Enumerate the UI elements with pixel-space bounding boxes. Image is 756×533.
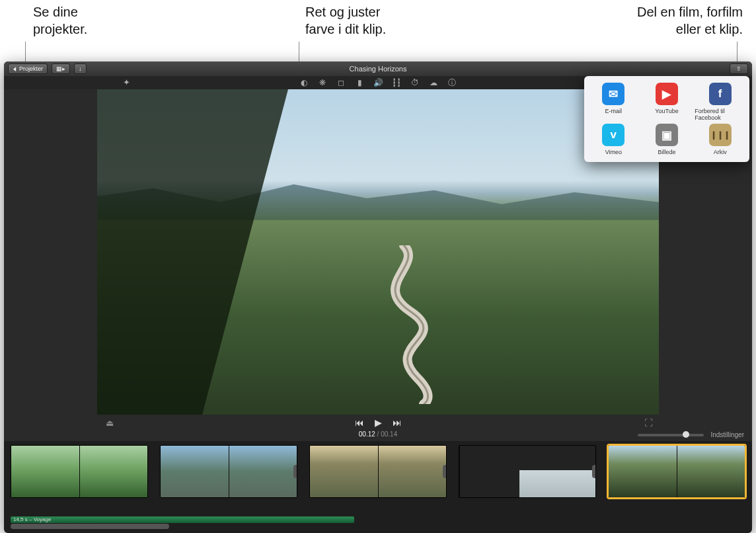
share-item-label: YouTube bbox=[655, 108, 678, 114]
vimeo-icon: v bbox=[602, 124, 624, 146]
share-item-youtube[interactable]: ▶ YouTube bbox=[642, 83, 693, 121]
callout-color: Ret og juster farve i dit klip. bbox=[305, 3, 386, 38]
zoom-slider[interactable] bbox=[638, 434, 704, 436]
speed-icon[interactable]: ⏱ bbox=[410, 78, 420, 87]
audio-track-label: 14,5 s – Voyage bbox=[13, 516, 51, 522]
facebook-icon: f bbox=[709, 83, 732, 105]
share-item-label: Forbered til Facebook bbox=[695, 108, 745, 121]
share-item-label: Arkiv bbox=[714, 149, 727, 155]
crop-icon[interactable]: ◻ bbox=[336, 78, 346, 87]
media-library-button[interactable]: ▦▸ bbox=[52, 63, 70, 74]
next-button[interactable]: ⏭ bbox=[393, 417, 402, 428]
import-button[interactable]: ↓ bbox=[74, 63, 87, 74]
timeline-clip[interactable]: ⇆ bbox=[160, 445, 297, 498]
image-icon: ▣ bbox=[656, 124, 678, 146]
window-toolbar: ◀ Projekter ▦▸ ↓ Chasing Horizons ⇧ bbox=[4, 62, 752, 76]
email-icon: ✉ bbox=[602, 83, 624, 105]
zoom-slider-thumb[interactable] bbox=[683, 431, 689, 438]
callout-projects: Se dine projekter. bbox=[33, 3, 87, 38]
timecode-current: 00.12 bbox=[359, 430, 375, 438]
chevron-left-icon: ◀ bbox=[13, 65, 16, 72]
timeline: ⇆ ⇆ ⇆ bbox=[4, 445, 752, 511]
prev-button[interactable]: ⏮ bbox=[355, 417, 364, 428]
callout-text: projekter. bbox=[33, 22, 87, 36]
scene-road bbox=[344, 245, 470, 404]
file-icon: ❙❙❙ bbox=[709, 124, 732, 146]
timeline-toolbar: Indstillinger bbox=[638, 431, 744, 438]
noise-reduce-icon[interactable]: ┇┇ bbox=[392, 78, 401, 87]
youtube-icon: ▶ bbox=[656, 83, 678, 105]
audio-track[interactable]: 14,5 s – Voyage bbox=[11, 516, 354, 523]
share-item-label: Billede bbox=[658, 149, 675, 155]
timeline-clips: ⇆ ⇆ ⇆ bbox=[11, 445, 745, 498]
share-item-file[interactable]: ❙❙❙ Arkiv bbox=[695, 124, 745, 155]
timeline-clip[interactable] bbox=[11, 445, 148, 498]
share-popover: ✉ E-mail ▶ YouTube f Forbered til Facebo… bbox=[584, 76, 749, 162]
callout-text: Del en film, forfilm bbox=[637, 5, 743, 19]
info-icon[interactable]: ⓘ bbox=[447, 78, 457, 87]
color-wheel-icon[interactable]: ❋ bbox=[318, 78, 327, 87]
callout-share: Del en film, forfilm eller et klip. bbox=[637, 3, 743, 38]
timeline-clip[interactable]: ⇆ bbox=[309, 445, 447, 498]
share-item-label: Vimeo bbox=[605, 149, 622, 155]
filter-icon[interactable]: ☁ bbox=[429, 78, 438, 87]
callout-text: eller et klip. bbox=[676, 22, 743, 36]
annotation-callouts: Se dine projekter. Ret og juster farve i… bbox=[0, 0, 756, 63]
transition-icon[interactable]: ⇆ bbox=[293, 465, 297, 478]
fullscreen-icon[interactable]: ⛶ bbox=[644, 418, 653, 428]
settings-button[interactable]: Indstillinger bbox=[710, 431, 744, 438]
imovie-window: ◀ Projekter ▦▸ ↓ Chasing Horizons ⇧ ✦ ◐ … bbox=[4, 62, 752, 533]
transport-controls: ⏏ ⏮ ▶ ⏭ ⛶ bbox=[4, 415, 752, 430]
transition-icon[interactable]: ⇆ bbox=[443, 465, 447, 478]
stabilize-icon[interactable]: ▮ bbox=[355, 78, 364, 87]
library-icon: ▦▸ bbox=[56, 65, 65, 72]
timeline-clip-selected[interactable] bbox=[608, 445, 745, 498]
share-item-vimeo[interactable]: v Vimeo bbox=[588, 124, 639, 155]
timecode-sep: / bbox=[375, 430, 381, 438]
share-item-image[interactable]: ▣ Billede bbox=[642, 124, 693, 155]
magic-wand-icon[interactable]: ✦ bbox=[123, 77, 130, 87]
projects-button[interactable]: ◀ Projekter bbox=[8, 63, 48, 74]
scene-foreground-shadow bbox=[97, 89, 288, 415]
callout-text: farve i dit klip. bbox=[305, 22, 386, 36]
scrollbar-thumb[interactable] bbox=[11, 524, 169, 529]
share-item-label: E-mail bbox=[605, 108, 623, 114]
projects-button-label: Projekter bbox=[19, 65, 43, 72]
callout-text: Ret og juster bbox=[305, 5, 380, 19]
timeline-scrollbar[interactable] bbox=[11, 524, 745, 530]
color-balance-icon[interactable]: ◐ bbox=[299, 78, 309, 87]
timecode-total: 00.14 bbox=[381, 430, 397, 438]
project-title: Chasing Horizons bbox=[4, 65, 752, 73]
share-item-facebook[interactable]: f Forbered til Facebook bbox=[695, 83, 745, 121]
callout-text: Se dine bbox=[33, 5, 78, 19]
play-button[interactable]: ▶ bbox=[375, 417, 382, 428]
transition-icon[interactable]: ⇆ bbox=[592, 465, 596, 478]
download-icon: ↓ bbox=[79, 65, 82, 72]
timeline-clip[interactable]: ⇆ bbox=[459, 445, 596, 498]
volume-icon[interactable]: 🔊 bbox=[373, 78, 383, 87]
voiceover-icon[interactable]: ⏏ bbox=[106, 418, 114, 428]
preview-frame bbox=[97, 89, 659, 415]
share-item-email[interactable]: ✉ E-mail bbox=[588, 83, 639, 121]
